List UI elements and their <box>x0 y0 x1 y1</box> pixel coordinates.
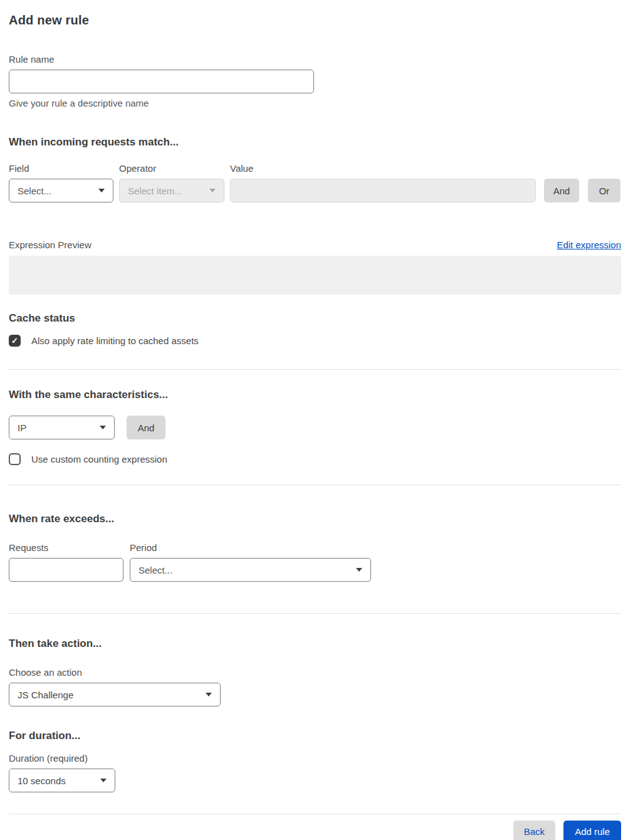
cache-assets-checkbox-label: Also apply rate limiting to cached asset… <box>31 335 199 346</box>
and-button[interactable]: And <box>544 179 579 202</box>
rate-heading: When rate exceeds... <box>9 513 621 525</box>
value-group: Value <box>230 163 536 202</box>
field-group: Field Select... <box>9 163 113 202</box>
action-select-value: JS Challenge <box>18 690 73 700</box>
operator-label: Operator <box>119 163 224 174</box>
period-select-value: Select... <box>139 565 172 575</box>
characteristics-select-value: IP <box>18 423 26 433</box>
duration-select[interactable]: 10 seconds <box>9 769 115 792</box>
match-row: Field Select... Operator Select item... … <box>9 163 621 202</box>
chevron-down-icon <box>209 189 216 192</box>
field-select-value: Select... <box>18 186 51 196</box>
value-input <box>230 179 536 202</box>
or-button[interactable]: Or <box>588 179 620 202</box>
custom-counting-checkbox-row: Use custom counting expression <box>9 453 621 465</box>
rate-row: Requests Period Select... <box>9 542 621 582</box>
rule-name-input[interactable] <box>9 70 314 93</box>
add-rule-button[interactable]: Add rule <box>563 821 621 840</box>
operator-select: Select item... <box>119 179 224 202</box>
chevron-down-icon <box>356 568 362 572</box>
rule-name-label: Rule name <box>9 54 621 65</box>
characteristics-row: IP And <box>9 416 621 439</box>
custom-counting-checkbox[interactable] <box>9 453 21 465</box>
value-label: Value <box>230 163 536 174</box>
footer-divider <box>9 814 621 814</box>
cache-assets-checkbox[interactable]: ✓ <box>9 335 21 347</box>
action-heading: Then take action... <box>9 638 621 650</box>
match-section-heading: When incoming requests match... <box>9 136 621 149</box>
expression-preview-header: Expression Preview Edit expression <box>9 239 621 250</box>
custom-counting-checkbox-label: Use custom counting expression <box>31 454 167 465</box>
requests-label: Requests <box>9 542 123 553</box>
edit-expression-link[interactable]: Edit expression <box>557 239 621 250</box>
field-label: Field <box>9 163 113 174</box>
chevron-down-icon <box>206 693 212 696</box>
section-divider <box>9 369 621 370</box>
period-label: Period <box>130 542 371 553</box>
footer-actions: Back Add rule <box>9 821 621 840</box>
cache-status-checkbox-row: ✓ Also apply rate limiting to cached ass… <box>9 335 621 347</box>
action-select[interactable]: JS Challenge <box>9 683 221 706</box>
rule-name-helper: Give your rule a descriptive name <box>9 98 621 108</box>
rule-name-group: Rule name Give your rule a descriptive n… <box>9 54 621 108</box>
duration-select-value: 10 seconds <box>18 775 66 786</box>
section-divider <box>9 485 621 485</box>
page-title: Add new rule <box>9 13 621 28</box>
check-icon: ✓ <box>11 337 18 345</box>
requests-input[interactable] <box>9 558 123 582</box>
chevron-down-icon <box>98 189 105 192</box>
period-select[interactable]: Select... <box>130 558 371 582</box>
requests-group: Requests <box>9 542 123 582</box>
field-select[interactable]: Select... <box>9 179 113 202</box>
chevron-down-icon <box>100 779 107 782</box>
action-label: Choose an action <box>9 667 621 678</box>
back-button[interactable]: Back <box>513 821 555 840</box>
expression-preview-label: Expression Preview <box>9 239 92 250</box>
characteristics-heading: With the same characteristics... <box>9 389 621 401</box>
add-rule-form: Add new rule Rule name Give your rule a … <box>0 0 628 840</box>
operator-group: Operator Select item... <box>119 163 224 202</box>
section-divider <box>9 613 621 614</box>
cache-status-heading: Cache status <box>9 312 621 325</box>
chevron-down-icon <box>100 426 106 429</box>
characteristics-select[interactable]: IP <box>9 416 115 439</box>
operator-select-value: Select item... <box>128 186 182 196</box>
characteristics-and-button[interactable]: And <box>127 416 165 439</box>
duration-label: Duration (required) <box>9 753 621 764</box>
expression-preview-box <box>9 256 621 295</box>
period-group: Period Select... <box>130 542 371 582</box>
duration-heading: For duration... <box>9 730 621 742</box>
